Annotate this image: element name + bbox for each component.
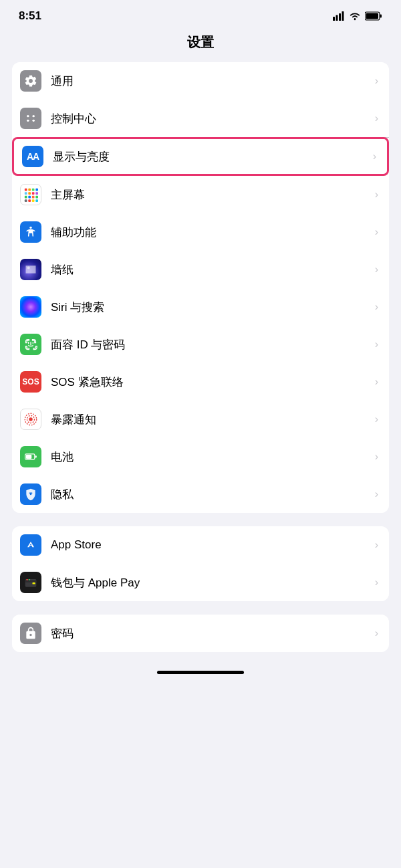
settings-row-faceid[interactable]: 面容 ID 与密码 ›	[12, 326, 389, 363]
page-title: 设置	[0, 27, 401, 62]
svg-rect-26	[32, 196, 35, 199]
svg-point-4	[354, 19, 356, 21]
svg-rect-7	[380, 15, 382, 18]
svg-rect-17	[28, 189, 31, 191]
settings-row-password[interactable]: 密码 ›	[12, 615, 389, 652]
exposure-chevron: ›	[375, 413, 378, 425]
faceid-icon	[20, 334, 41, 355]
sos-icon: SOS	[20, 371, 41, 393]
svg-rect-1	[336, 15, 338, 21]
faceid-label: 面容 ID 与密码	[51, 337, 370, 352]
svg-rect-24	[25, 196, 27, 199]
svg-rect-21	[28, 192, 31, 195]
svg-rect-44	[33, 582, 35, 584]
svg-rect-19	[35, 189, 38, 191]
svg-rect-12	[27, 116, 29, 116]
svg-rect-18	[32, 189, 35, 191]
exposure-label: 暴露通知	[51, 412, 370, 427]
svg-rect-46	[29, 579, 31, 580]
settings-row-control-center[interactable]: 控制中心 ›	[12, 100, 389, 137]
wallet-chevron: ›	[375, 576, 378, 588]
settings-group-1: 通用 › 控制中心 › AA 显示与亮度 ›	[12, 62, 389, 513]
general-icon	[20, 70, 41, 92]
wifi-icon	[349, 11, 361, 21]
svg-rect-13	[33, 116, 35, 116]
settings-group-3: 密码 ›	[12, 615, 389, 652]
display-icon: AA	[22, 146, 43, 167]
home-bar	[157, 671, 244, 674]
accessibility-icon	[20, 221, 41, 243]
svg-rect-0	[333, 17, 335, 21]
wallpaper-label: 墙纸	[51, 262, 370, 278]
control-center-icon	[20, 108, 41, 129]
settings-row-display[interactable]: AA 显示与亮度 ›	[12, 137, 389, 176]
appstore-chevron: ›	[375, 539, 378, 551]
settings-row-siri[interactable]: Siri 与搜索 ›	[12, 288, 389, 326]
settings-row-privacy[interactable]: 隐私 ›	[12, 475, 389, 513]
exposure-icon	[20, 409, 41, 430]
svg-rect-28	[25, 199, 27, 202]
siri-icon	[20, 296, 41, 318]
settings-group-2: App Store › 钱包与 Apple Pay ›	[12, 526, 389, 601]
svg-rect-16	[25, 189, 27, 191]
svg-rect-25	[28, 196, 31, 199]
wallpaper-chevron: ›	[375, 263, 378, 276]
settings-row-battery[interactable]: 电池 ›	[12, 438, 389, 475]
settings-row-wallet[interactable]: 钱包与 Apple Pay ›	[12, 564, 389, 601]
battery-icon	[365, 11, 382, 21]
appstore-label: App Store	[51, 538, 370, 552]
svg-rect-14	[27, 120, 29, 121]
settings-row-wallpaper[interactable]: 墙纸 ›	[12, 251, 389, 288]
svg-rect-3	[342, 11, 344, 21]
settings-row-accessibility[interactable]: 辅助功能 ›	[12, 213, 389, 251]
faceid-chevron: ›	[375, 338, 378, 350]
general-label: 通用	[51, 74, 370, 89]
svg-rect-27	[35, 196, 38, 199]
sos-label: SOS 紧急联络	[51, 374, 370, 390]
svg-rect-20	[25, 192, 27, 195]
privacy-icon	[20, 483, 41, 505]
privacy-label: 隐私	[51, 487, 370, 502]
settings-row-appstore[interactable]: App Store ›	[12, 526, 389, 564]
battery-chevron: ›	[375, 451, 378, 463]
settings-row-exposure[interactable]: 暴露通知 ›	[12, 401, 389, 438]
svg-point-41	[30, 494, 32, 496]
svg-point-34	[29, 417, 33, 421]
svg-rect-23	[35, 192, 38, 195]
accessibility-chevron: ›	[375, 226, 378, 238]
svg-rect-2	[339, 13, 341, 21]
password-label: 密码	[51, 626, 370, 641]
control-center-label: 控制中心	[51, 111, 370, 126]
settings-row-general[interactable]: 通用 ›	[12, 62, 389, 100]
status-icons	[333, 11, 382, 21]
password-chevron: ›	[375, 627, 378, 639]
password-icon	[20, 623, 41, 644]
svg-point-32	[29, 227, 31, 229]
settings-row-sos[interactable]: SOS SOS 紧急联络 ›	[12, 363, 389, 401]
siri-label: Siri 与搜索	[51, 300, 370, 315]
accessibility-label: 辅助功能	[51, 225, 370, 240]
general-chevron: ›	[375, 75, 378, 87]
display-label: 显示与亮度	[53, 149, 368, 165]
wallet-icon	[20, 572, 41, 593]
svg-rect-31	[35, 199, 38, 202]
svg-rect-22	[32, 192, 35, 195]
privacy-chevron: ›	[375, 488, 378, 500]
siri-chevron: ›	[375, 301, 378, 313]
signal-icon	[333, 11, 345, 21]
appstore-icon	[20, 534, 41, 556]
homescreen-icon	[20, 184, 41, 205]
svg-rect-30	[32, 199, 35, 202]
control-center-chevron: ›	[375, 112, 378, 124]
display-chevron: ›	[373, 150, 376, 162]
wallet-label: 钱包与 Apple Pay	[51, 575, 370, 590]
svg-rect-15	[33, 120, 35, 121]
wallpaper-icon	[20, 259, 41, 280]
svg-rect-6	[366, 13, 379, 19]
homescreen-chevron: ›	[375, 189, 378, 201]
settings-row-homescreen[interactable]: 主屏幕 ›	[12, 176, 389, 213]
home-indicator	[0, 665, 401, 677]
svg-rect-43	[25, 580, 37, 582]
svg-rect-29	[28, 199, 31, 202]
status-time: 8:51	[19, 9, 41, 23]
